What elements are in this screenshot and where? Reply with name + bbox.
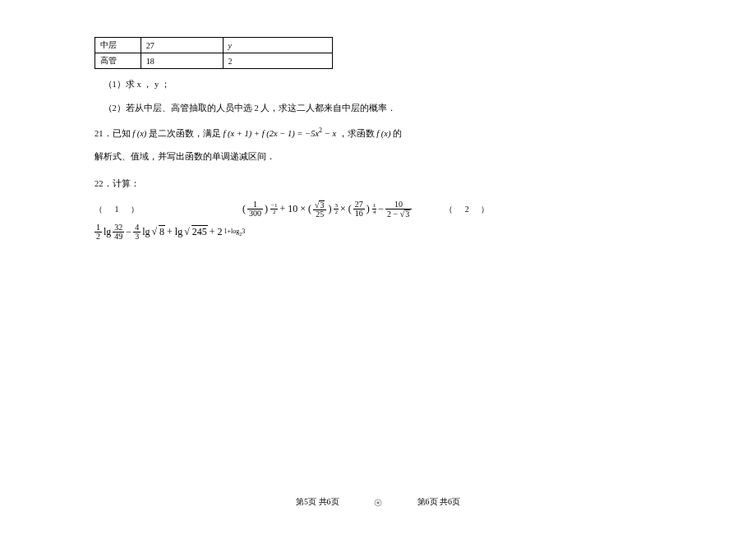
footer-icon bbox=[374, 499, 382, 507]
exponent: 1+log23 bbox=[224, 228, 246, 237]
table-row: 中层 27 y bbox=[95, 38, 333, 53]
fraction: 1 300 bbox=[247, 200, 263, 218]
operator: − bbox=[126, 226, 131, 238]
sub-label-2: （ 2 ） bbox=[445, 204, 494, 215]
sub-label-1: （ 1 ） bbox=[94, 204, 144, 215]
fraction: 4 3 bbox=[133, 223, 141, 241]
page-footer: 第5页 共6页 第6页 共6页 bbox=[0, 496, 756, 508]
numerator: 10 bbox=[385, 200, 412, 209]
denominator: 300 bbox=[247, 209, 263, 218]
cell: y bbox=[223, 38, 333, 53]
denominator: 25 bbox=[313, 210, 327, 219]
cell: 2 bbox=[223, 53, 333, 69]
footer-page-left: 第5页 共6页 bbox=[296, 496, 339, 508]
math-expr: f (x + 1) + f (2x − 1) = −5x bbox=[224, 128, 319, 137]
formula-1: ( 1 300 ) −1 2 + 10 × ( √3 25 ) 3 2 × ( … bbox=[242, 200, 412, 219]
operator: lg bbox=[142, 226, 150, 238]
cell: 18 bbox=[141, 53, 223, 69]
text: 21．已知 bbox=[94, 128, 131, 137]
operator: + 2 bbox=[210, 226, 223, 238]
cell: 中层 bbox=[95, 38, 141, 53]
cell: 27 bbox=[141, 38, 223, 53]
operator: + lg bbox=[167, 226, 182, 238]
formula-2: 1 2 lg 32 49 − 4 3 lg √8 + lg √245 + 21+… bbox=[94, 223, 245, 241]
table-row: 高管 18 2 bbox=[95, 53, 333, 69]
question-part-1: （1）求 x ， y ； bbox=[94, 77, 662, 93]
sqrt: 245 bbox=[191, 225, 208, 238]
text: 是二次函数，满足 bbox=[149, 128, 221, 137]
denominator: 3 bbox=[133, 232, 141, 241]
text: ，求函数 bbox=[339, 128, 375, 137]
denominator: 49 bbox=[113, 232, 124, 241]
fraction: 32 49 bbox=[113, 223, 124, 241]
math-expr: f (x) bbox=[376, 128, 390, 137]
denominator: 16 bbox=[353, 209, 365, 218]
fraction: 27 16 bbox=[353, 200, 365, 218]
footer-page-right: 第6页 共6页 bbox=[417, 496, 461, 508]
operator: + 10 × ( bbox=[279, 203, 311, 215]
question-21-line2: 解析式、值域，并写出函数的单调递减区间． bbox=[94, 150, 662, 165]
operator: lg bbox=[104, 226, 111, 238]
fraction: 10 2 − √3 bbox=[385, 200, 412, 219]
text: 的 bbox=[393, 128, 402, 137]
formula-row-1: （ 1 ） ( 1 300 ) −1 2 + 10 × ( √3 25 ) 3 … bbox=[94, 200, 662, 219]
exp-den: 4 bbox=[372, 209, 377, 215]
exponent-fraction: −1 2 bbox=[270, 203, 278, 215]
formula-row-2: 1 2 lg 32 49 − 4 3 lg √8 + lg √245 + 21+… bbox=[94, 223, 662, 241]
sqrt: 8 bbox=[159, 225, 165, 238]
question-21-line1: 21．已知 f (x) 是二次函数，满足 f (x + 1) + f (2x −… bbox=[94, 125, 662, 141]
question-22-prefix: 22．计算： bbox=[94, 177, 662, 192]
exponent-fraction: 3 2 bbox=[334, 203, 339, 215]
exponent-fraction: 1 4 bbox=[372, 203, 377, 215]
operator: × ( bbox=[340, 203, 352, 215]
cell: 高管 bbox=[95, 53, 141, 69]
math-expr: − x bbox=[322, 128, 336, 137]
math-expr: f (x) bbox=[132, 128, 146, 137]
page-content: 中层 27 y 高管 18 2 （1）求 x ， y ； （2）若从中层、高管抽… bbox=[0, 0, 756, 241]
operator: − bbox=[378, 203, 384, 215]
fraction: 1 2 bbox=[94, 223, 102, 241]
question-part-2: （2）若从中层、高管抽取的人员中选 2 人，求这二人都来自中层的概率． bbox=[94, 101, 662, 117]
exp-den: 2 bbox=[334, 209, 339, 215]
exp-den: 2 bbox=[270, 209, 278, 215]
fraction: √3 25 bbox=[313, 200, 327, 219]
denominator: 2 bbox=[94, 232, 102, 241]
denominator: 2 − √3 bbox=[385, 209, 412, 219]
data-table: 中层 27 y 高管 18 2 bbox=[94, 37, 333, 69]
